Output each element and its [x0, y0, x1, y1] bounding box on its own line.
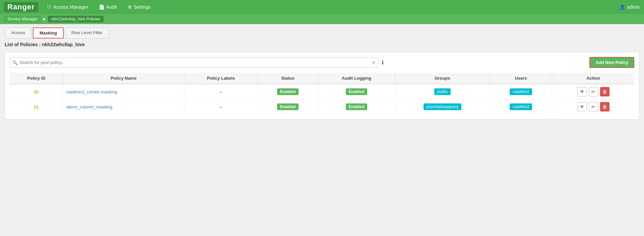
username: admin: [627, 4, 640, 10]
search-icon: 🔍: [12, 60, 18, 65]
cell-users-2: rsadmin2: [490, 99, 552, 114]
user-menu[interactable]: 👤 admin: [620, 4, 640, 10]
group-badge-1: public: [434, 88, 451, 95]
doc-icon: 📄: [99, 4, 105, 10]
tab-row-level-filter[interactable]: Row Level Filter: [65, 27, 109, 38]
col-policy-name: Policy Name: [63, 73, 184, 84]
policy-name-link-1[interactable]: rsadmin2_crimes masking: [66, 89, 117, 94]
search-row: 🔍 ✕ ℹ Add New Policy: [10, 57, 634, 68]
col-groups: Groups: [395, 73, 490, 84]
action-icons-1: 👁 ✏ 🗑: [556, 87, 631, 96]
col-action: Action: [552, 73, 634, 84]
clear-search-icon[interactable]: ✕: [372, 60, 376, 65]
cell-status-2: Enabled: [258, 99, 318, 114]
cell-users-1: rsadmin2: [490, 84, 552, 99]
table-row: 11 demo_column_masking -- Enabled Enable…: [10, 99, 634, 114]
cell-audit-1: Enabled: [318, 84, 395, 99]
search-input-wrap: 🔍 ✕: [10, 57, 378, 68]
shield-icon: 🛡: [47, 4, 52, 10]
table-header: Policy ID Policy Name Policy Labels Stat…: [10, 73, 634, 84]
nav-audit-label: Audit: [106, 4, 117, 10]
action-icons-2: 👁 ✏ 🗑: [556, 102, 631, 111]
nav-settings-label: Settings: [134, 4, 151, 10]
info-icon[interactable]: ℹ: [382, 59, 384, 66]
tab-access[interactable]: Access: [5, 27, 31, 38]
policy-tabs: Access Masking Row Level Filter: [5, 27, 639, 38]
gear-icon: ⚙: [128, 4, 132, 10]
cell-action-1: 👁 ✏ 🗑: [552, 84, 634, 99]
breadcrumb-current: nkh22whcllap_hive Policies: [48, 16, 104, 22]
top-nav: Ranger 🛡 Access Manager 📄 Audit ⚙ Settin…: [0, 0, 644, 14]
cell-policy-id-2: 11: [10, 99, 63, 114]
audit-badge-1: Enabled: [346, 88, 368, 95]
status-badge-1: Enabled: [277, 88, 299, 95]
page-heading: List of Policies : nkh22whcllap_hive: [5, 42, 639, 47]
edit-button-1[interactable]: ✏: [589, 87, 598, 96]
edit-button-2[interactable]: ✏: [589, 102, 598, 111]
user-icon: 👤: [620, 4, 625, 10]
breadcrumb-service-manager[interactable]: Service Manager: [4, 16, 41, 22]
view-button-1[interactable]: 👁: [577, 87, 587, 96]
table-body: 10 rsadmin2_crimes masking -- Enabled En…: [10, 84, 634, 114]
col-audit-logging: Audit Logging: [318, 73, 395, 84]
search-input[interactable]: [10, 57, 378, 68]
policy-table: Policy ID Policy Name Policy Labels Stat…: [10, 73, 634, 114]
delete-button-2[interactable]: 🗑: [600, 102, 609, 111]
policy-name-link-2[interactable]: demo_column_masking: [66, 104, 112, 109]
tab-masking[interactable]: Masking: [33, 27, 64, 38]
cell-labels-1: --: [184, 84, 258, 99]
search-left: 🔍 ✕ ℹ: [10, 57, 589, 68]
col-policy-id: Policy ID: [10, 73, 63, 84]
ranger-logo: Ranger: [4, 2, 38, 12]
col-users: Users: [490, 73, 552, 84]
add-new-policy-button[interactable]: Add New Policy: [589, 57, 634, 68]
cell-groups-1: public: [395, 84, 490, 99]
policy-table-container: 🔍 ✕ ℹ Add New Policy Policy ID Policy Na…: [5, 52, 639, 120]
user-badge-1: rsadmin2: [510, 88, 532, 95]
nav-access-manager[interactable]: 🛡 Access Manager: [45, 3, 90, 11]
nav-left: Ranger 🛡 Access Manager 📄 Audit ⚙ Settin…: [4, 2, 153, 12]
nav-access-manager-label: Access Manager: [53, 4, 88, 10]
table-row: 10 rsadmin2_crimes masking -- Enabled En…: [10, 84, 634, 99]
content-area: Access Masking Row Level Filter List of …: [0, 24, 644, 123]
cell-status-1: Enabled: [258, 84, 318, 99]
col-status: Status: [258, 73, 318, 84]
breadcrumb: Service Manager ► nkh22whcllap_hive Poli…: [0, 14, 644, 24]
cell-audit-2: Enabled: [318, 99, 395, 114]
policy-id-link-1[interactable]: 10: [34, 89, 39, 94]
delete-button-1[interactable]: 🗑: [600, 87, 609, 96]
audit-badge-2: Enabled: [346, 103, 368, 110]
policy-id-link-2[interactable]: 11: [34, 104, 39, 109]
breadcrumb-arrow: ►: [41, 17, 48, 21]
group-badge-2: psechadoopquery: [424, 103, 461, 110]
cell-policy-name-1: rsadmin2_crimes masking: [63, 84, 184, 99]
view-button-2[interactable]: 👁: [577, 102, 587, 111]
status-badge-2: Enabled: [277, 103, 299, 110]
cell-groups-2: psechadoopquery: [395, 99, 490, 114]
nav-audit[interactable]: 📄 Audit: [97, 3, 119, 11]
cell-labels-2: --: [184, 99, 258, 114]
nav-settings[interactable]: ⚙ Settings: [126, 3, 153, 11]
col-policy-labels: Policy Labels: [184, 73, 258, 84]
cell-action-2: 👁 ✏ 🗑: [552, 99, 634, 114]
user-badge-2: rsadmin2: [510, 103, 532, 110]
cell-policy-name-2: demo_column_masking: [63, 99, 184, 114]
cell-policy-id-1: 10: [10, 84, 63, 99]
